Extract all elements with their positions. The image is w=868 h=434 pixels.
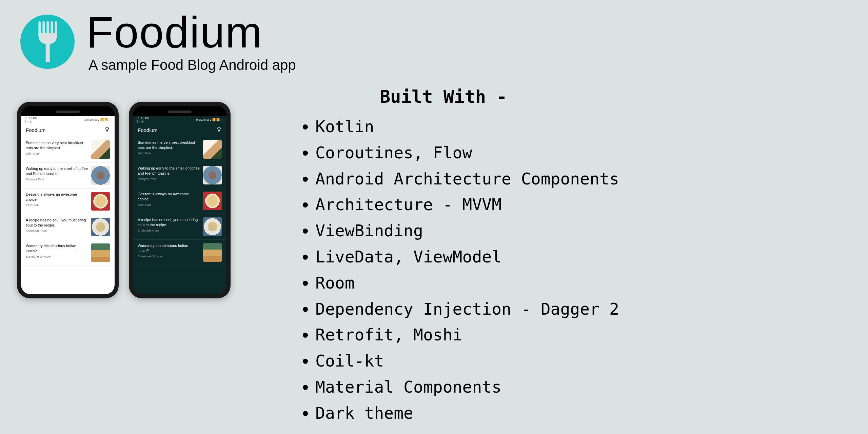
app-logo xyxy=(20,15,75,69)
tech-item: Material Components xyxy=(315,374,854,400)
phone-dark: 11:11 PM ⚲ ⟁ ◎ 0.3KB/s 🖹 ▴ 📶 📶 ⬚ Foodium… xyxy=(129,102,231,298)
app-title: Foodium xyxy=(86,10,296,54)
tech-item: Coroutines, Flow xyxy=(315,140,854,166)
post-thumb xyxy=(203,243,222,262)
post-author: John Doe xyxy=(138,152,200,155)
post-thumb xyxy=(91,218,110,236)
fork-icon xyxy=(32,21,63,62)
post-title: Waking up early to the smell of coffee a… xyxy=(26,166,88,176)
post-title: Sometimes the very best breakfast eats a… xyxy=(26,140,88,151)
phone-mockups: 11:11 PM ⚲ ⟁ ◎ 3.5KB/s 🖹 ▴ 📶 📶 ⬚ Foodium… xyxy=(17,102,231,298)
tech-item: Architecture - MVVM xyxy=(315,192,854,218)
phone-light: 11:11 PM ⚲ ⟁ ◎ 3.5KB/s 🖹 ▴ 📶 📶 ⬚ Foodium… xyxy=(17,102,119,298)
post-thumb xyxy=(203,140,222,159)
app-subtitle: A sample Food Blog Android app xyxy=(88,57,296,73)
post-title: Wanna try this delicious Indian lunch? xyxy=(26,243,88,254)
post-title: A recipe has no soul, you must bring sou… xyxy=(138,217,200,228)
tech-item: LiveData, ViewModel xyxy=(315,244,854,270)
post-author: John Doe xyxy=(26,152,88,155)
list-item[interactable]: A recipe has no soul, you must bring sou… xyxy=(21,214,115,240)
light-bulb-icon[interactable] xyxy=(216,126,222,133)
app-bar: Foodium xyxy=(133,123,226,137)
tech-item: Room xyxy=(315,270,854,296)
status-left-icons: ⚲ ⟁ ◎ xyxy=(24,120,38,123)
tech-item: ViewBinding xyxy=(315,218,854,244)
post-thumb xyxy=(91,166,110,185)
post-author: Shahrukh Khan xyxy=(26,229,88,233)
post-author: Someone Unknown xyxy=(138,255,200,258)
tech-item: Android Architecture Components xyxy=(315,166,854,192)
post-title: A recipe has no soul, you must bring sou… xyxy=(26,218,88,228)
phone-speaker xyxy=(56,111,80,113)
post-thumb xyxy=(91,243,110,262)
screen-dark: 11:11 PM ⚲ ⟁ ◎ 0.3KB/s 🖹 ▴ 📶 📶 ⬚ Foodium… xyxy=(133,116,226,294)
list-item[interactable]: Sometimes the very best breakfast eats a… xyxy=(133,137,226,162)
post-author: Shreyas Patil xyxy=(26,178,88,181)
tech-item: Dark theme xyxy=(315,400,854,426)
post-thumb xyxy=(203,166,222,184)
built-with-heading: Built With - xyxy=(380,86,854,107)
post-thumb xyxy=(203,217,222,236)
app-bar: Foodium xyxy=(21,123,115,137)
post-title: Waking up early to the smell of coffee a… xyxy=(138,166,200,176)
post-title: Wanna try this delicious Indian lunch? xyxy=(138,243,200,253)
post-author: Yash Patil xyxy=(138,203,200,206)
list-item[interactable]: Sometimes the very best breakfast eats a… xyxy=(21,137,115,163)
list-item[interactable]: Waking up early to the smell of coffee a… xyxy=(21,163,115,189)
tech-item: Kotlin xyxy=(315,114,854,140)
post-list[interactable]: Sometimes the very best breakfast eats a… xyxy=(133,137,226,294)
post-author: Someone Unknown xyxy=(26,255,88,258)
header: Foodium A sample Food Blog Android app xyxy=(20,10,296,73)
list-item[interactable]: Dessert is always an awesome choice!Yash… xyxy=(133,188,226,214)
status-time: 11:11 PM xyxy=(24,117,38,120)
tech-item: Coil-kt xyxy=(315,348,854,374)
status-bar: 11:11 PM ⚲ ⟁ ◎ 3.5KB/s 🖹 ▴ 📶 📶 ⬚ xyxy=(21,116,115,123)
post-title: Sometimes the very best breakfast eats a… xyxy=(138,140,200,150)
list-item[interactable]: Dessert is always an awesome choice!Yash… xyxy=(21,189,115,214)
post-list[interactable]: Sometimes the very best breakfast eats a… xyxy=(21,137,115,294)
built-with-panel: Built With - Kotlin Coroutines, Flow And… xyxy=(285,86,854,426)
list-item[interactable]: A recipe has no soul, you must bring sou… xyxy=(133,214,226,240)
post-author: Shahrukh Khan xyxy=(138,229,200,232)
phone-speaker xyxy=(168,111,192,113)
built-with-list: Kotlin Coroutines, Flow Android Architec… xyxy=(285,114,854,426)
post-thumb xyxy=(203,192,222,210)
list-item[interactable]: Waking up early to the smell of coffee a… xyxy=(133,162,226,188)
light-bulb-icon[interactable] xyxy=(104,126,110,133)
status-right-icons: 0.3KB/s 🖹 ▴ 📶 📶 ⬚ xyxy=(196,118,223,121)
list-item[interactable]: Wanna try this delicious Indian lunch?So… xyxy=(21,240,115,266)
screen-light: 11:11 PM ⚲ ⟁ ◎ 3.5KB/s 🖹 ▴ 📶 📶 ⬚ Foodium… xyxy=(21,116,115,294)
tech-item: Retrofit, Moshi xyxy=(315,322,854,348)
status-left-icons: ⚲ ⟁ ◎ xyxy=(136,120,150,123)
title-block: Foodium A sample Food Blog Android app xyxy=(86,10,296,73)
post-author: Shreyas Patil xyxy=(138,177,200,181)
post-thumb xyxy=(91,140,110,159)
app-bar-title: Foodium xyxy=(26,127,45,133)
app-bar-title: Foodium xyxy=(138,127,157,133)
post-thumb xyxy=(91,192,110,211)
post-title: Dessert is always an awesome choice! xyxy=(26,192,88,202)
list-item[interactable]: Wanna try this delicious Indian lunch?So… xyxy=(133,240,226,265)
tech-item: Dependency Injection - Dagger 2 xyxy=(315,296,854,322)
post-title: Dessert is always an awesome choice! xyxy=(138,192,200,202)
status-bar: 11:11 PM ⚲ ⟁ ◎ 0.3KB/s 🖹 ▴ 📶 📶 ⬚ xyxy=(133,116,226,123)
status-right-icons: 3.5KB/s 🖹 ▴ 📶 📶 ⬚ xyxy=(84,118,111,121)
status-time: 11:11 PM xyxy=(136,117,150,120)
post-author: Yash Patil xyxy=(26,203,88,207)
